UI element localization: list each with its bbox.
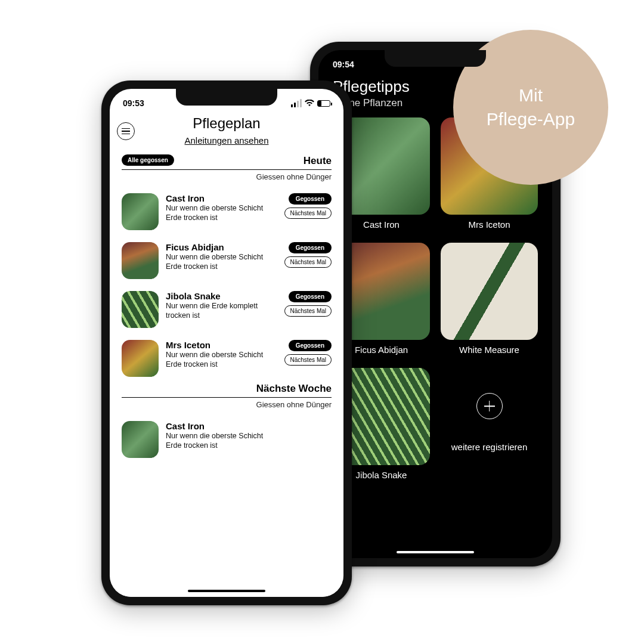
plant-thumb xyxy=(122,242,159,279)
plant-name: Mrs Iceton xyxy=(166,340,277,350)
status-time: 09:54 xyxy=(333,60,354,69)
phone-front: 09:53 Pflegeplan Anleitungen ansehen All… xyxy=(101,80,352,605)
badge-line: Pflege-App xyxy=(487,107,575,132)
plant-row[interactable]: Jibola SnakeNur wenn die Erde komplett t… xyxy=(122,285,332,334)
plant-name: Cast Iron xyxy=(166,421,332,431)
section-header: Alle gegossenHeute xyxy=(122,155,332,170)
next-time-button[interactable]: Nächstes Mal xyxy=(284,354,332,366)
notch xyxy=(385,50,486,67)
plant-name: Mrs Iceton xyxy=(441,219,538,230)
watered-button[interactable]: Gegossen xyxy=(289,242,332,253)
watered-button[interactable]: Gegossen xyxy=(289,193,332,205)
screen-title: Pflegeplan xyxy=(110,115,343,132)
next-time-button[interactable]: Nächstes Mal xyxy=(284,256,332,268)
plant-name: White Measure xyxy=(441,345,538,355)
status-time: 09:53 xyxy=(123,98,144,108)
plus-icon xyxy=(476,393,503,419)
add-plant-tile[interactable]: weitere registrieren xyxy=(441,368,538,480)
home-indicator xyxy=(188,590,265,592)
status-icons xyxy=(291,99,330,107)
battery-icon xyxy=(317,100,330,107)
plant-row[interactable]: Mrs IcetonNur wenn die oberste Schicht E… xyxy=(122,334,332,383)
plant-row[interactable]: Ficus AbidjanNur wenn die oberste Schich… xyxy=(122,236,332,285)
signal-icon xyxy=(291,99,302,107)
plant-thumb xyxy=(122,340,159,377)
all-watered-pill[interactable]: Alle gegossen xyxy=(122,154,174,166)
plant-desc: Nur wenn die oberste Schicht Erde trocke… xyxy=(166,252,270,272)
plant-thumb xyxy=(122,421,159,458)
plant-desc: Nur wenn die oberste Schicht Erde trocke… xyxy=(166,431,270,451)
notch xyxy=(176,89,277,106)
next-time-button[interactable]: Nächstes Mal xyxy=(284,305,332,317)
next-time-button[interactable]: Nächstes Mal xyxy=(284,208,332,219)
plant-name: Cast Iron xyxy=(166,193,277,203)
home-indicator xyxy=(397,551,474,553)
plant-name: Jibola Snake xyxy=(166,291,277,301)
watered-button[interactable]: Gegossen xyxy=(289,340,332,351)
badge-line: Mit xyxy=(519,83,543,108)
plant-desc: Nur wenn die oberste Schicht Erde trocke… xyxy=(166,203,270,223)
section-subtitle: Giessen ohne Dünger xyxy=(122,400,332,409)
add-plant-label: weitere registrieren xyxy=(441,442,538,452)
care-section: Alle gegossenHeuteGiessen ohne DüngerCas… xyxy=(110,155,343,383)
section-day: Nächste Woche xyxy=(122,383,332,395)
menu-button[interactable] xyxy=(117,122,135,140)
section-subtitle: Giessen ohne Dünger xyxy=(122,172,332,181)
plant-desc: Nur wenn die Erde komplett trocken ist xyxy=(166,301,270,321)
plant-desc: Nur wenn die oberste Schicht Erde trocke… xyxy=(166,350,270,370)
plant-name: Ficus Abidjan xyxy=(166,242,277,252)
plant-row[interactable]: Cast IronNur wenn die oberste Schicht Er… xyxy=(122,187,332,236)
care-section: Nächste WocheGiessen ohne DüngerCast Iro… xyxy=(110,383,343,464)
section-header: Nächste Woche xyxy=(122,383,332,398)
watered-button[interactable]: Gegossen xyxy=(289,291,332,302)
instructions-link[interactable]: Anleitungen ansehen xyxy=(110,135,343,145)
plant-thumb xyxy=(122,193,159,230)
wifi-icon xyxy=(305,100,314,107)
plant-thumb xyxy=(441,243,538,340)
plant-row[interactable]: Cast IronNur wenn die oberste Schicht Er… xyxy=(122,415,332,464)
plant-thumb xyxy=(122,291,159,328)
plant-tile[interactable]: White Measure xyxy=(441,243,538,355)
